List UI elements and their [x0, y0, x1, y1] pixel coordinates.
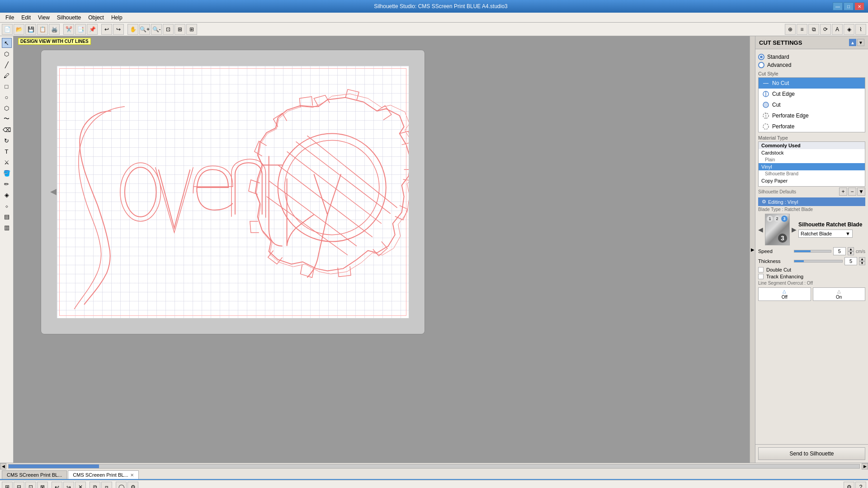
zoom-in-button[interactable]: 🔍+	[139, 24, 150, 35]
material-commonly-used[interactable]: Commonly Used	[759, 142, 865, 149]
help-button[interactable]: ?	[855, 482, 866, 488]
speed-up[interactable]: ▲	[848, 247, 854, 251]
knife-tool[interactable]: ⚔	[2, 157, 12, 167]
standard-radio-option[interactable]: Standard	[758, 54, 865, 60]
bottom-tool-3[interactable]: ⊡	[25, 482, 36, 488]
material-type-list[interactable]: Commonly Used Cardstock Plain Vinyl Silh…	[758, 141, 865, 187]
registration-button[interactable]: ⊕	[785, 24, 796, 35]
bottom-tool-7[interactable]: ✕	[75, 482, 86, 488]
speed-value[interactable]: 5	[833, 247, 846, 255]
material-remove-button[interactable]: −	[848, 188, 856, 196]
blade-dropdown[interactable]: Ratchet Blade ▼	[798, 230, 853, 238]
save-as-button[interactable]: 📋	[37, 24, 48, 35]
rectangle-tool[interactable]: □	[2, 81, 12, 91]
menu-object[interactable]: Object	[85, 14, 108, 22]
fill-tool[interactable]: 🪣	[2, 168, 12, 178]
standard-radio[interactable]	[758, 54, 764, 60]
copy-button[interactable]: 📑	[75, 24, 86, 35]
overcut-off[interactable]: △ Off	[758, 287, 811, 301]
bottom-tool-5[interactable]: ↩	[52, 482, 62, 488]
cut-style-cut[interactable]: Cut	[759, 99, 865, 110]
material-plain[interactable]: Plain	[759, 156, 865, 163]
minimize-button[interactable]: —	[833, 2, 843, 10]
replicate-button[interactable]: ⧉	[808, 24, 819, 35]
advanced-radio[interactable]	[758, 62, 764, 68]
scroll-thumb[interactable]	[9, 465, 99, 468]
tab-1[interactable]: CMS SCreeen Print BL...	[2, 470, 67, 479]
shape-tool[interactable]: ◈	[2, 190, 12, 200]
cut-tool[interactable]: ▥	[2, 222, 12, 232]
pan-button[interactable]: ✋	[127, 24, 138, 35]
fill-button[interactable]: ◈	[844, 24, 854, 35]
zoom-actual-button[interactable]: ⊞	[175, 24, 185, 35]
bottom-tool-9[interactable]: ⧈	[101, 482, 112, 488]
text-style-button[interactable]: A	[832, 24, 843, 35]
menu-edit[interactable]: Edit	[18, 14, 34, 22]
line-tool[interactable]: ╱	[2, 60, 12, 70]
scroll-right-button[interactable]: ▶	[862, 463, 868, 469]
settings-button[interactable]: ⚙	[844, 482, 854, 488]
save-button[interactable]: 💾	[25, 24, 36, 35]
material-cardstock[interactable]: Cardstock	[759, 149, 865, 156]
material-menu-button[interactable]: ▼	[857, 188, 865, 196]
align-button[interactable]: ≡	[797, 24, 807, 35]
material-copy-paper[interactable]: Copy Paper	[759, 177, 865, 184]
draw-tool[interactable]: ✏	[2, 179, 12, 189]
cut-style-cut-edge[interactable]: Cut Edge	[759, 89, 865, 99]
overcut-on[interactable]: △ On	[813, 287, 866, 301]
canvas-paper[interactable]	[57, 66, 409, 319]
ellipse-tool[interactable]: ○	[2, 92, 12, 102]
thickness-up[interactable]: ▲	[859, 257, 865, 261]
paste-button[interactable]: 📌	[87, 24, 98, 35]
bottom-tool-6[interactable]: ↪	[63, 482, 74, 488]
cut-button[interactable]: ✂️	[63, 24, 74, 35]
rotate-tool[interactable]: ↻	[2, 136, 12, 145]
close-button[interactable]: ✕	[854, 2, 864, 10]
polygon-tool[interactable]: ⬡	[2, 103, 12, 113]
maximize-button[interactable]: □	[844, 2, 854, 10]
new-button[interactable]: 📄	[2, 24, 13, 35]
freehand-tool[interactable]: 〜	[2, 114, 12, 124]
send-to-silhouette-button[interactable]: Send to Silhouette	[758, 447, 865, 460]
track-enhancing-checkbox[interactable]	[758, 274, 764, 279]
bottom-tool-2[interactable]: ⊟	[14, 482, 24, 488]
grid-button[interactable]: ⊞	[186, 24, 197, 35]
blade-next-arrow[interactable]: ▶	[792, 226, 797, 233]
thickness-down[interactable]: ▼	[859, 261, 865, 265]
open-button[interactable]: 📂	[14, 24, 24, 35]
panel-down-arrow[interactable]: ▼	[857, 39, 864, 46]
eraser-tool[interactable]: ⌫	[2, 125, 12, 135]
panel-collapse-arrow[interactable]: ▶	[750, 36, 755, 463]
print-button[interactable]: 🖨️	[49, 24, 60, 35]
cut-style-perforate[interactable]: Perforate	[759, 121, 865, 132]
transform-button[interactable]: ⟳	[820, 24, 831, 35]
line-style-button[interactable]: ⌇	[855, 24, 866, 35]
bottom-tool-8[interactable]: ⧉	[90, 482, 100, 488]
zoom-out-button[interactable]: 🔍-	[151, 24, 162, 35]
speed-down[interactable]: ▼	[848, 251, 854, 255]
redo-button[interactable]: ↪	[113, 24, 124, 35]
tab-2[interactable]: CMS SCreeen Print BL... ✕	[68, 470, 138, 479]
warp-tool[interactable]: ⬦	[2, 201, 12, 211]
bottom-tool-4[interactable]: ⊠	[37, 482, 48, 488]
panel-up-arrow[interactable]: ▲	[849, 39, 856, 46]
scroll-track[interactable]	[8, 464, 860, 469]
material-silhouette-defaults[interactable]: Silhouette Defaults	[759, 184, 865, 187]
menu-file[interactable]: File	[2, 14, 18, 22]
zoom-fit-button[interactable]: ⊡	[163, 24, 174, 35]
tab-2-close[interactable]: ✕	[130, 473, 134, 478]
text-tool[interactable]: T	[2, 146, 12, 156]
bottom-tool-11[interactable]: ⚙	[127, 482, 138, 488]
horizontal-scrollbar[interactable]: ◀ ▶	[0, 463, 868, 469]
scroll-left-button[interactable]: ◀	[0, 463, 6, 469]
select-tool[interactable]: ↖	[2, 38, 12, 48]
cut-style-no-cut[interactable]: — No Cut	[759, 78, 865, 89]
thickness-slider[interactable]	[794, 260, 843, 263]
media-tool[interactable]: ▤	[2, 211, 12, 221]
pen-tool[interactable]: 🖊	[2, 70, 12, 80]
undo-button[interactable]: ↩	[101, 24, 112, 35]
advanced-radio-option[interactable]: Advanced	[758, 62, 865, 68]
cut-style-perforate-edge[interactable]: Perforate Edge	[759, 110, 865, 121]
menu-silhouette[interactable]: Silhouette	[53, 14, 85, 22]
blade-prev-arrow[interactable]: ◀	[758, 226, 763, 233]
